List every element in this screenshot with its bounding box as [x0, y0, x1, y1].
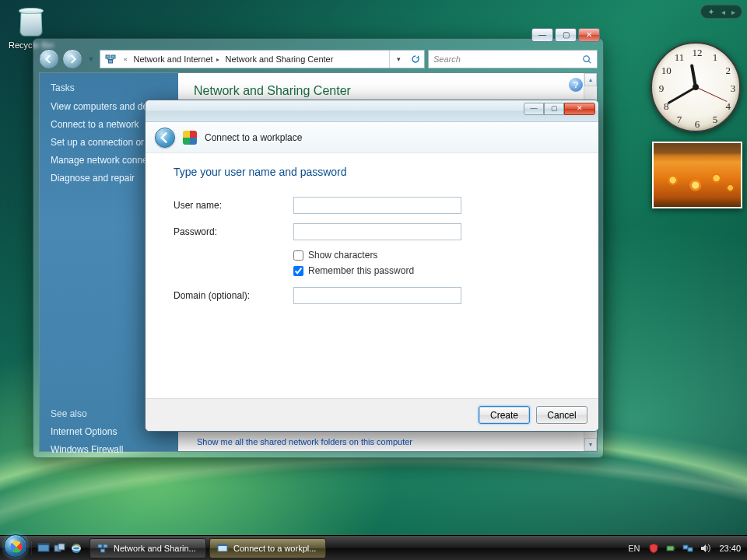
dialog-header: Connect to a workplace — [146, 122, 598, 153]
arrow-left-icon — [44, 54, 54, 64]
clock-numeral: 12 — [693, 47, 703, 59]
show-desktop-button[interactable] — [37, 541, 51, 555]
tray-security-icon[interactable] — [647, 542, 660, 555]
taskbar-button-1-label: Network and Sharin... — [114, 544, 196, 553]
show-characters-label: Show characters — [308, 250, 377, 261]
domain-label: Domain (optional): — [174, 290, 293, 301]
dialog-minimize-button[interactable]: — — [524, 103, 544, 115]
see-also-windows-firewall[interactable]: Windows Firewall — [51, 444, 167, 455]
remember-password-label: Remember this password — [308, 265, 414, 276]
shared-folders-link[interactable]: Show me all the shared network folders o… — [197, 437, 412, 446]
svg-rect-0 — [106, 55, 110, 58]
taskbar-clock[interactable]: 23:40 — [716, 544, 741, 553]
address-bar[interactable]: « Network and Internet▸ Network and Shar… — [100, 50, 425, 68]
svg-rect-10 — [98, 544, 102, 548]
search-icon — [582, 54, 592, 65]
explorer-nav-bar: ▼ « Network and Internet▸ Network and Sh… — [39, 47, 598, 72]
create-button[interactable]: Create — [479, 406, 530, 424]
breadcrumb-seg-1[interactable]: Network and Internet▸ — [130, 51, 222, 68]
clock-numeral: 7 — [677, 114, 682, 126]
tray-power-icon[interactable] — [665, 542, 677, 555]
clock-numeral: 9 — [659, 82, 665, 95]
slideshow-gadget[interactable] — [652, 142, 742, 208]
clock-numeral: 2 — [726, 65, 731, 77]
address-dropdown-button[interactable]: ▾ — [390, 51, 407, 68]
svg-point-3 — [584, 55, 589, 61]
cancel-button[interactable]: Cancel — [536, 406, 587, 424]
password-input[interactable] — [293, 223, 461, 240]
dialog-maximize-button[interactable]: ▢ — [544, 103, 564, 115]
scroll-up-icon[interactable]: ▴ — [584, 73, 597, 86]
gadget-next-button[interactable]: ▸ — [731, 8, 735, 16]
dialog-footer: Create Cancel — [146, 398, 598, 431]
system-tray: EN 23:40 — [619, 542, 747, 555]
clock-numeral: 6 — [695, 118, 700, 131]
svg-rect-18 — [688, 548, 693, 551]
username-input[interactable] — [293, 197, 461, 214]
help-button[interactable]: ? — [569, 78, 583, 92]
arrow-right-icon — [68, 54, 77, 64]
dialog-back-button[interactable] — [155, 128, 175, 148]
password-label: Password: — [174, 226, 293, 237]
clock-gadget[interactable]: 121234567891011 — [651, 42, 744, 135]
clock-numeral: 3 — [731, 82, 736, 95]
show-desktop-icon — [37, 542, 50, 555]
gadget-add-button[interactable]: ＋ — [707, 6, 715, 17]
svg-rect-14 — [218, 544, 227, 546]
dialog-titlebar[interactable]: — ▢ ✕ — [146, 100, 598, 122]
nav-history-dropdown[interactable]: ▼ — [86, 49, 96, 69]
switch-windows-button[interactable] — [53, 541, 67, 555]
quick-launch — [31, 541, 88, 555]
taskbar-button-explorer[interactable]: Network and Sharin... — [89, 538, 206, 558]
clock-minute-hand — [667, 86, 696, 105]
show-characters-checkbox[interactable] — [293, 250, 303, 261]
taskbar-button-2-label: Connect to a workpl... — [233, 544, 316, 553]
clock-numeral: 11 — [675, 51, 685, 64]
remember-password-checkbox[interactable] — [293, 266, 303, 276]
ie-quicklaunch-button[interactable] — [69, 541, 83, 555]
sidebar-gadget-area: ＋ ◂ ▸ 121234567891011 — [646, 0, 747, 529]
svg-rect-17 — [683, 545, 688, 549]
windows-orb-icon — [4, 534, 27, 558]
arrow-left-icon — [160, 132, 170, 143]
dialog-close-button[interactable]: ✕ — [564, 103, 595, 115]
username-label: User name: — [174, 200, 293, 211]
svg-rect-11 — [103, 544, 107, 548]
search-placeholder: Search — [433, 54, 461, 64]
clock-face: 121234567891011 — [651, 42, 741, 132]
svg-rect-16 — [674, 548, 675, 549]
taskbar-button-dialog[interactable]: Connect to a workpl... — [209, 538, 326, 558]
tasks-heading: Tasks — [51, 82, 167, 93]
tray-volume-icon[interactable] — [699, 542, 711, 555]
clock-numeral: 1 — [713, 51, 718, 64]
svg-rect-12 — [101, 549, 105, 552]
gadget-prev-button[interactable]: ◂ — [721, 8, 725, 16]
explorer-search-box[interactable]: Search — [428, 50, 598, 68]
start-button[interactable] — [0, 536, 31, 561]
switch-windows-icon — [54, 542, 66, 555]
address-refresh-button[interactable] — [407, 51, 424, 68]
domain-input[interactable] — [293, 287, 461, 304]
clock-second-hand — [696, 87, 727, 103]
dialog-heading: Type your user name and password — [174, 166, 570, 178]
connect-workplace-dialog: — ▢ ✕ Connect to a workplace Type your u… — [145, 100, 599, 432]
svg-rect-15 — [667, 546, 674, 551]
svg-rect-1 — [111, 55, 115, 58]
dialog-title: Connect to a workplace — [205, 132, 302, 143]
nav-back-button[interactable] — [39, 49, 59, 69]
svg-rect-7 — [58, 544, 65, 550]
language-indicator[interactable]: EN — [625, 544, 643, 553]
breadcrumb-seg-2[interactable]: Network and Sharing Center — [223, 51, 337, 68]
refresh-icon — [411, 54, 420, 64]
workplace-icon — [183, 131, 197, 145]
gadget-controls: ＋ ◂ ▸ — [700, 5, 742, 19]
workplace-icon — [216, 542, 229, 555]
scroll-down-icon[interactable]: ▾ — [584, 438, 597, 451]
clock-numeral: 10 — [661, 65, 672, 77]
ie-icon — [70, 542, 82, 555]
breadcrumb-root[interactable]: « — [121, 51, 130, 68]
tray-network-icon[interactable] — [682, 542, 694, 555]
nav-forward-button[interactable] — [62, 49, 82, 69]
clock-numeral: 5 — [713, 114, 718, 126]
taskbar: Network and Sharin... Connect to a workp… — [0, 535, 747, 560]
